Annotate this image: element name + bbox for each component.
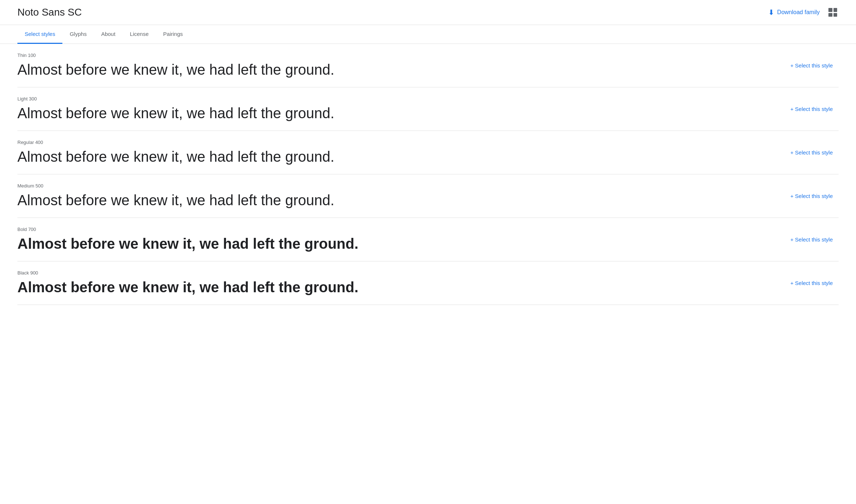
- style-row-light: Light 300 Almost before we knew it, we h…: [17, 87, 839, 131]
- tab-select-styles[interactable]: Select styles: [17, 25, 62, 44]
- style-row-regular: Regular 400 Almost before we knew it, we…: [17, 131, 839, 174]
- style-info-medium: Medium 500 Almost before we knew it, we …: [17, 183, 785, 209]
- select-style-label-black: Select this style: [795, 280, 833, 286]
- style-label-light: Light 300: [17, 96, 785, 102]
- tab-license[interactable]: License: [123, 25, 156, 44]
- grid-square-1: [828, 8, 832, 12]
- select-style-plus-icon-regular: +: [790, 149, 794, 156]
- select-style-plus-icon-thin: +: [790, 62, 794, 69]
- style-preview-black: Almost before we knew it, we had left th…: [17, 278, 785, 296]
- style-info-light: Light 300 Almost before we knew it, we h…: [17, 96, 785, 122]
- select-style-button-bold[interactable]: + Select this style: [785, 234, 839, 245]
- grid-view-button[interactable]: [827, 7, 839, 18]
- select-style-button-regular[interactable]: + Select this style: [785, 146, 839, 158]
- style-label-thin: Thin 100: [17, 53, 785, 58]
- download-label: Download family: [777, 9, 820, 16]
- select-style-label-bold: Select this style: [795, 236, 833, 243]
- select-style-label-regular: Select this style: [795, 149, 833, 156]
- select-style-plus-icon-black: +: [790, 280, 794, 286]
- select-style-label-thin: Select this style: [795, 62, 833, 69]
- style-preview-medium: Almost before we knew it, we had left th…: [17, 191, 785, 209]
- header-actions: ⬇ Download family: [768, 7, 839, 18]
- page-header: Noto Sans SC ⬇ Download family: [0, 0, 856, 25]
- tab-pairings[interactable]: Pairings: [156, 25, 190, 44]
- tabs-nav: Select styles Glyphs About License Pairi…: [0, 25, 856, 44]
- grid-square-3: [828, 13, 832, 17]
- select-style-plus-icon-light: +: [790, 106, 794, 112]
- style-info-thin: Thin 100 Almost before we knew it, we ha…: [17, 53, 785, 78]
- style-row-bold: Bold 700 Almost before we knew it, we ha…: [17, 218, 839, 261]
- download-icon: ⬇: [768, 8, 774, 17]
- select-style-button-thin[interactable]: + Select this style: [785, 59, 839, 71]
- style-label-medium: Medium 500: [17, 183, 785, 189]
- select-style-plus-icon-medium: +: [790, 193, 794, 199]
- style-info-black: Black 900 Almost before we knew it, we h…: [17, 270, 785, 296]
- style-info-bold: Bold 700 Almost before we knew it, we ha…: [17, 227, 785, 252]
- font-title: Noto Sans SC: [17, 7, 82, 18]
- style-preview-light: Almost before we knew it, we had left th…: [17, 104, 785, 122]
- style-row-thin: Thin 100 Almost before we knew it, we ha…: [17, 44, 839, 87]
- grid-square-4: [834, 13, 838, 17]
- style-preview-regular: Almost before we knew it, we had left th…: [17, 148, 785, 165]
- select-style-button-light[interactable]: + Select this style: [785, 103, 839, 115]
- grid-square-2: [834, 8, 838, 12]
- select-style-button-black[interactable]: + Select this style: [785, 277, 839, 289]
- style-row-medium: Medium 500 Almost before we knew it, we …: [17, 174, 839, 218]
- style-row-black: Black 900 Almost before we knew it, we h…: [17, 261, 839, 305]
- download-family-button[interactable]: ⬇ Download family: [768, 8, 820, 17]
- style-preview-bold: Almost before we knew it, we had left th…: [17, 235, 785, 252]
- tab-glyphs[interactable]: Glyphs: [62, 25, 94, 44]
- select-style-label-medium: Select this style: [795, 193, 833, 199]
- tab-about[interactable]: About: [94, 25, 123, 44]
- style-preview-thin: Almost before we knew it, we had left th…: [17, 61, 785, 78]
- style-info-regular: Regular 400 Almost before we knew it, we…: [17, 140, 785, 165]
- style-label-black: Black 900: [17, 270, 785, 276]
- styles-list: Thin 100 Almost before we knew it, we ha…: [0, 44, 856, 305]
- grid-icon: [828, 8, 837, 17]
- style-label-regular: Regular 400: [17, 140, 785, 145]
- style-label-bold: Bold 700: [17, 227, 785, 232]
- select-style-plus-icon-bold: +: [790, 236, 794, 243]
- select-style-button-medium[interactable]: + Select this style: [785, 190, 839, 202]
- select-style-label-light: Select this style: [795, 106, 833, 112]
